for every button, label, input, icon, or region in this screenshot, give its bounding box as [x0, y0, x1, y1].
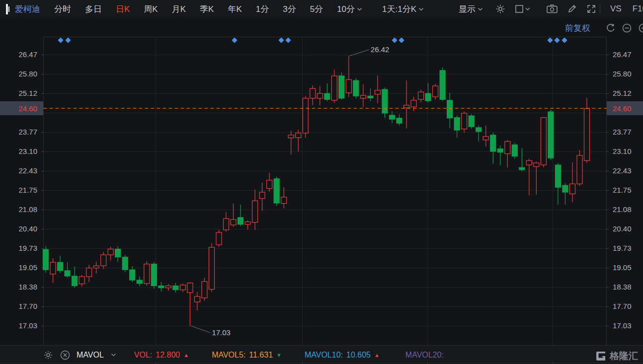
- candle-body: [86, 268, 92, 277]
- current-price-badge-right: 24.60: [607, 101, 643, 115]
- chart-region: 前复权 26.4217.03 26.4725.8025.1224.4523.77…: [0, 18, 643, 345]
- chevron-down-icon: [111, 353, 116, 357]
- candle-body: [65, 271, 70, 276]
- event-diamond-marker[interactable]: [285, 37, 291, 43]
- close-indicator-icon[interactable]: [60, 350, 71, 361]
- grid-notch: [156, 361, 156, 364]
- tab-yearly-k[interactable]: 年K: [221, 3, 248, 15]
- candle-body: [130, 270, 135, 280]
- candle-body: [209, 247, 214, 289]
- square-icon: [515, 4, 524, 13]
- tab-5min[interactable]: 5分: [303, 3, 330, 15]
- candle-body: [346, 79, 351, 93]
- event-diamond-marker[interactable]: [554, 37, 560, 43]
- fullscreen-expand-icon[interactable]: [586, 3, 597, 14]
- tab-multiday[interactable]: 多日: [78, 3, 109, 15]
- pencil-icon[interactable]: [567, 4, 577, 14]
- vol-value: 12.800: [156, 351, 180, 360]
- candle-body: [331, 76, 337, 100]
- candle-body: [433, 86, 438, 97]
- indicator-bar: MAVOL VOL: 12.800 ▲ MAVOL5: 11.631 ▼ MAV…: [0, 345, 643, 364]
- event-diamond-marker[interactable]: [58, 37, 63, 43]
- candle-body: [165, 286, 171, 288]
- candle-body: [483, 137, 488, 140]
- candle-body: [72, 276, 78, 286]
- vs-button[interactable]: VS: [603, 4, 629, 14]
- mavol20-readout: MAVOL20:: [405, 351, 444, 360]
- candle-body: [389, 115, 395, 119]
- candle-body: [173, 286, 178, 290]
- candle-body: [339, 76, 344, 98]
- mavol10-readout: MAVOL10: 10.605 ▲: [305, 351, 380, 360]
- mavol20-label: MAVOL20:: [405, 351, 444, 360]
- candle-body: [137, 280, 142, 284]
- candle-body: [180, 285, 185, 290]
- candle-body: [324, 93, 330, 99]
- tab-10min-dropdown[interactable]: 10分: [330, 3, 369, 15]
- event-diamond-marker[interactable]: [65, 37, 71, 43]
- candle-body: [375, 90, 380, 94]
- candle-body: [548, 112, 554, 158]
- candle-body: [555, 165, 561, 187]
- candle-body: [274, 179, 279, 203]
- candle-body: [317, 93, 322, 98]
- candle-body: [216, 232, 222, 245]
- candle-body: [151, 264, 157, 286]
- candle-body: [519, 167, 525, 170]
- display-label: 显示: [459, 3, 476, 15]
- zoom-out-icon[interactable]: [622, 23, 632, 33]
- event-diamond-marker[interactable]: [232, 37, 237, 43]
- candle-body: [288, 135, 294, 138]
- price-annotation: 17.03: [212, 328, 231, 337]
- event-diamond-marker[interactable]: [399, 37, 404, 43]
- indicator-selector[interactable]: MAVOL: [77, 351, 116, 360]
- annotation-pointer-line: [190, 326, 210, 333]
- tab-quarterly-k[interactable]: 季K: [193, 3, 221, 15]
- candle-body: [368, 96, 373, 98]
- interval-selector[interactable]: 1天:1分K: [375, 3, 431, 15]
- candlestick-chart[interactable]: 26.4217.03: [0, 18, 643, 345]
- candle-body: [144, 264, 150, 284]
- grid-notch: [553, 361, 553, 364]
- chart-style-dropdown[interactable]: [515, 4, 530, 13]
- f10-button[interactable]: F10: [629, 4, 643, 14]
- mavol5-label: MAVOL5:: [212, 351, 245, 360]
- tab-10min-label: 10分: [337, 3, 355, 15]
- gelonghui-mark-icon: [595, 350, 607, 362]
- zoom-in-icon[interactable]: [638, 23, 643, 33]
- candle-body: [569, 184, 575, 194]
- candle-body: [245, 222, 250, 224]
- tab-weekly-k[interactable]: 周K: [137, 3, 164, 15]
- display-dropdown[interactable]: 显示: [452, 3, 490, 15]
- candle-body: [505, 142, 510, 154]
- tab-1min[interactable]: 1分: [249, 3, 276, 15]
- settings-gear-icon[interactable]: [495, 3, 506, 14]
- candle-body: [397, 118, 402, 123]
- candle-body: [584, 109, 590, 161]
- event-diamond-marker[interactable]: [562, 37, 567, 43]
- reset-zoom-icon[interactable]: [605, 23, 616, 33]
- event-diamond-marker[interactable]: [547, 37, 553, 43]
- candle-body: [108, 249, 113, 255]
- stock-symbol[interactable]: 爱柯迪: [10, 3, 47, 15]
- candle-body: [303, 98, 308, 133]
- indicator-name: MAVOL: [77, 351, 104, 360]
- event-diamond-marker[interactable]: [392, 37, 397, 43]
- tab-monthly-k[interactable]: 月K: [165, 3, 193, 15]
- candle-body: [360, 95, 366, 98]
- tab-daily-k[interactable]: 日K: [109, 3, 137, 15]
- candle-body: [512, 145, 517, 156]
- candle-body: [231, 219, 236, 225]
- camera-icon[interactable]: [546, 4, 558, 14]
- chevron-down-icon: [418, 7, 424, 11]
- candle-body: [469, 116, 474, 127]
- candle-body: [202, 282, 207, 298]
- tab-3min[interactable]: 3分: [276, 3, 303, 15]
- tab-timeline[interactable]: 分时: [47, 3, 78, 15]
- indicator-settings-gear-icon[interactable]: [43, 350, 54, 361]
- candle-body: [159, 286, 164, 288]
- mavol10-value: 10.605: [346, 351, 371, 360]
- adjust-mode-link[interactable]: 前复权: [565, 22, 590, 34]
- candle-body: [490, 135, 496, 151]
- event-diamond-marker[interactable]: [278, 37, 284, 43]
